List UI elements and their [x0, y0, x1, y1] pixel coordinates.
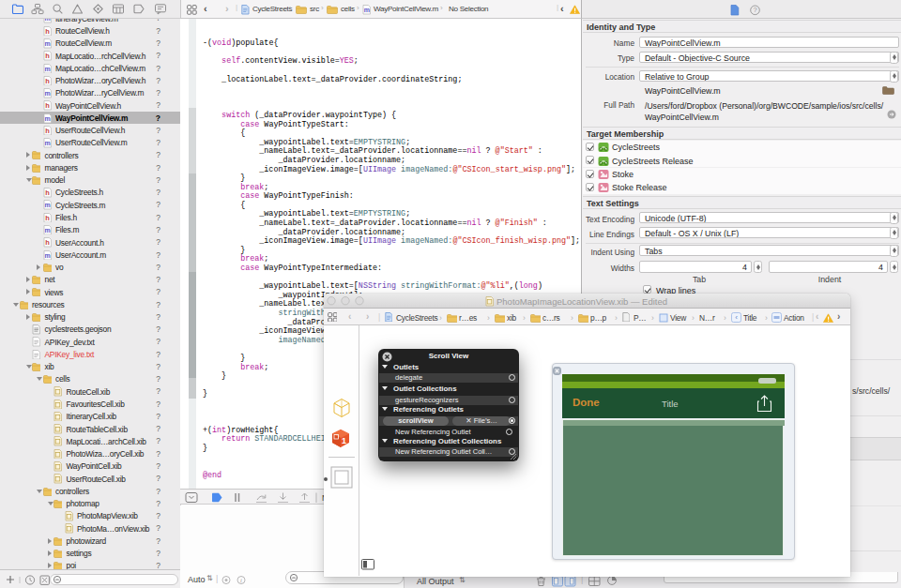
svg-text:1: 1 [342, 436, 346, 445]
svg-text:i: i [240, 577, 242, 583]
svg-text:?: ? [753, 6, 756, 14]
